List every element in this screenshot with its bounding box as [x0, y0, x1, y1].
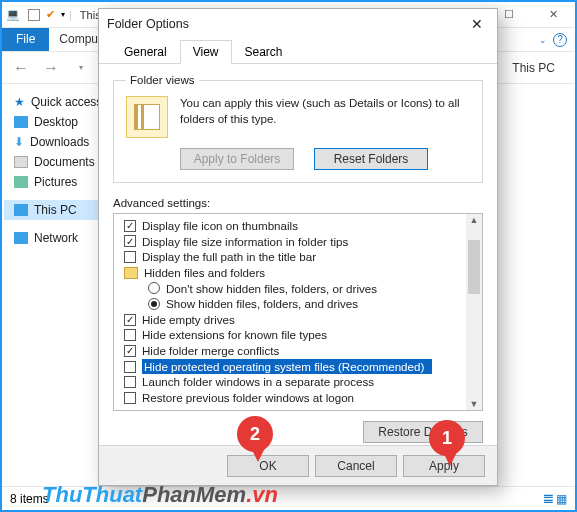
tab-search[interactable]: Search	[232, 40, 296, 64]
scroll-down-icon[interactable]: ▼	[470, 398, 479, 410]
opt-launch-separate-process[interactable]: Launch folder windows in a separate proc…	[118, 374, 482, 390]
nav-pane: ★Quick access Desktop ⬇Downloads Documen…	[2, 84, 108, 486]
opt-hide-extensions[interactable]: Hide extensions for known file types	[118, 327, 482, 343]
ok-button[interactable]: OK	[227, 455, 309, 477]
tab-view[interactable]: View	[180, 40, 232, 64]
nav-pictures[interactable]: Pictures	[4, 172, 108, 192]
folder-views-icon	[126, 96, 168, 138]
opt-hide-empty-drives[interactable]: ✓Hide empty drives	[118, 312, 482, 328]
opt-hide-protected-os-files[interactable]: Hide protected operating system files (R…	[118, 359, 482, 375]
watermark: ThuThuatPhanMem.vn	[42, 482, 278, 508]
view-large-icon[interactable]: ▦	[556, 492, 567, 506]
opt-dont-show-hidden[interactable]: Don't show hidden files, folders, or dri…	[118, 281, 482, 297]
nav-history-icon[interactable]: ▾	[68, 55, 94, 81]
pc-icon: 💻	[2, 8, 24, 21]
dialog-close-button[interactable]: ✕	[465, 14, 489, 34]
nav-forward-button[interactable]: →	[38, 55, 64, 81]
qat-properties-icon[interactable]	[28, 9, 40, 21]
qat-check-icon[interactable]: ✔	[46, 8, 55, 21]
advanced-settings-label: Advanced settings:	[113, 197, 483, 209]
opt-show-hidden[interactable]: Show hidden files, folders, and drives	[118, 296, 482, 312]
opt-restore-previous-folders[interactable]: Restore previous folder windows at logon	[118, 390, 482, 406]
close-button[interactable]: ✕	[531, 2, 575, 28]
dialog-title: Folder Options	[107, 17, 189, 31]
nav-desktop[interactable]: Desktop	[4, 112, 108, 132]
nav-documents[interactable]: Documents	[4, 152, 108, 172]
folder-options-dialog: Folder Options ✕ General View Search Fol…	[98, 8, 498, 486]
breadcrumb[interactable]: This PC	[512, 61, 569, 75]
folder-views-legend: Folder views	[126, 74, 199, 86]
ribbon-expand-icon[interactable]: ⌄	[539, 35, 547, 45]
help-icon[interactable]: ?	[553, 33, 567, 47]
folder-views-desc: You can apply this view (such as Details…	[180, 96, 470, 138]
qat-dropdown-icon[interactable]: ▾	[61, 10, 65, 19]
apply-to-folders-button: Apply to Folders	[180, 148, 294, 170]
nav-downloads[interactable]: ⬇Downloads	[4, 132, 108, 152]
advanced-settings-tree[interactable]: ✓Display file icon on thumbnails ✓Displa…	[113, 213, 483, 411]
ribbon-file-tab[interactable]: File	[2, 28, 49, 51]
cancel-button[interactable]: Cancel	[315, 455, 397, 477]
reset-folders-button[interactable]: Reset Folders	[314, 148, 428, 170]
opt-hide-merge-conflicts[interactable]: ✓Hide folder merge conflicts	[118, 343, 482, 359]
scroll-up-icon[interactable]: ▲	[470, 214, 479, 226]
folder-views-group: Folder views You can apply this view (su…	[113, 74, 483, 183]
nav-this-pc[interactable]: This PC	[4, 200, 108, 220]
view-details-icon[interactable]: 𝌆	[543, 492, 554, 506]
tab-general[interactable]: General	[111, 40, 180, 64]
restore-defaults-button[interactable]: Restore Defaults	[363, 421, 483, 443]
nav-network[interactable]: Network	[4, 228, 108, 248]
opt-full-path-title[interactable]: Display the full path in the title bar	[118, 249, 482, 265]
scroll-thumb[interactable]	[468, 240, 480, 294]
apply-button[interactable]: Apply	[403, 455, 485, 477]
nav-back-button[interactable]: ←	[8, 55, 34, 81]
opt-display-file-size[interactable]: ✓Display file size information in folder…	[118, 234, 482, 250]
folder-icon	[124, 267, 138, 279]
opt-hidden-files-group[interactable]: Hidden files and folders	[118, 265, 482, 281]
opt-display-file-icon[interactable]: ✓Display file icon on thumbnails	[118, 218, 482, 234]
nav-quick-access[interactable]: ★Quick access	[4, 92, 108, 112]
tree-scrollbar[interactable]: ▲▼	[466, 214, 482, 410]
